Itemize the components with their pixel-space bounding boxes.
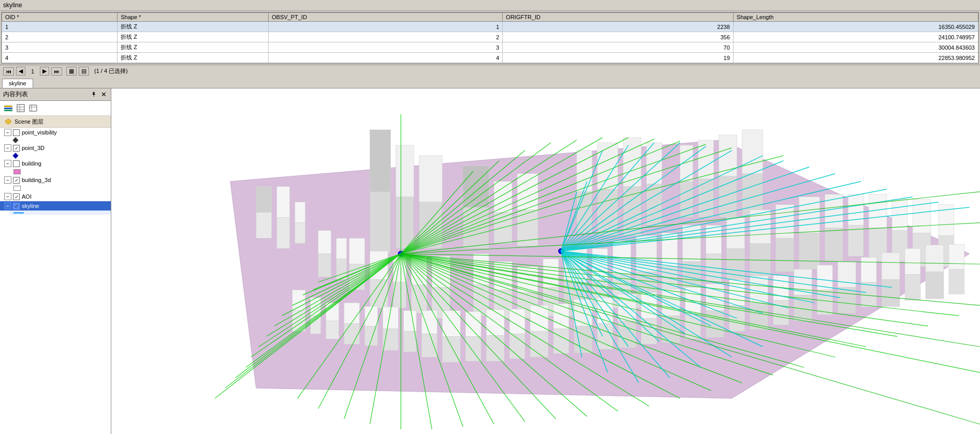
expand-building-3d[interactable]: −: [4, 176, 11, 184]
table-row[interactable]: 2折线 Z235624100.748957: [2, 32, 978, 42]
layer-item-skyline[interactable]: − skyline: [0, 201, 111, 211]
table-row[interactable]: 3折线 Z37030004.843603: [2, 42, 978, 53]
app-title: skyline: [3, 2, 22, 9]
svg-rect-137: [597, 323, 613, 349]
layer-tool-1[interactable]: [3, 103, 13, 113]
selection-status: (1 / 4 已选择): [94, 67, 128, 75]
svg-rect-133: [553, 328, 569, 353]
layer-symbol-building: [9, 168, 111, 175]
diamond-icon-point-visibility: [12, 137, 18, 143]
layer-label-point-3d: point_3D: [22, 145, 45, 151]
panel-toolbar: [0, 101, 111, 116]
svg-rect-98: [848, 194, 864, 226]
svg-rect-161: [861, 282, 876, 307]
table-row[interactable]: 4折线 Z41922853.980952: [2, 53, 978, 63]
title-bar: skyline: [0, 0, 980, 11]
svg-rect-76: [349, 238, 365, 264]
svg-rect-129: [509, 334, 525, 358]
page-number: 1: [27, 68, 38, 74]
svg-rect-14: [256, 213, 272, 238]
expand-aoi[interactable]: −: [4, 193, 11, 200]
layer-label-skyline: skyline: [22, 203, 39, 209]
checkbox-building[interactable]: [13, 160, 20, 167]
blue-line-icon: [13, 212, 24, 214]
panel-header-buttons: 🖈 ✕: [90, 91, 108, 98]
svg-rect-126: [465, 311, 481, 336]
table-toolbar: ⏮ ◀ 1 ▶ ⏭ ▦ ▤ (1 / 4 已选择): [0, 65, 980, 77]
expand-building[interactable]: −: [4, 160, 11, 167]
table-view-button[interactable]: ▦: [66, 67, 77, 76]
col-header-oid[interactable]: OID *: [2, 13, 118, 22]
svg-rect-127: [486, 335, 504, 361]
next-page-button[interactable]: ▶: [40, 67, 49, 76]
svg-rect-50: [742, 130, 763, 174]
col-header-obsv[interactable]: OBSV_PT_ID: [269, 13, 503, 22]
col-header-length[interactable]: Shape_Length: [733, 13, 978, 22]
svg-rect-3: [17, 104, 24, 112]
svg-rect-168: [926, 245, 944, 272]
layer-item-building-3d[interactable]: − building_3d: [0, 175, 111, 185]
svg-rect-162: [861, 258, 876, 282]
svg-marker-16: [256, 187, 272, 213]
svg-rect-121: [421, 334, 437, 357]
map-viewport[interactable]: [111, 88, 980, 434]
layer-label-aoi: AOI: [22, 193, 32, 200]
checkbox-point-visibility[interactable]: [13, 129, 20, 136]
first-page-button[interactable]: ⏮: [3, 67, 14, 76]
panel-title: 内容列表: [3, 90, 28, 99]
svg-rect-119: [403, 331, 416, 352]
table-row[interactable]: 1折线 Z1223816350.455029: [2, 22, 978, 32]
attribute-table: OID * Shape * OBSV_PT_ID ORIGFTR_ID Shap…: [1, 12, 979, 64]
last-page-button[interactable]: ⏭: [51, 67, 62, 76]
left-panel: 内容列表 🖈 ✕: [0, 88, 111, 434]
expand-point-3d[interactable]: −: [4, 144, 11, 152]
pin-panel-button[interactable]: 🖈: [90, 91, 98, 98]
prev-page-button[interactable]: ◀: [16, 67, 25, 76]
svg-rect-7: [30, 105, 37, 111]
svg-rect-95: [825, 228, 843, 262]
col-header-shape[interactable]: Shape *: [118, 13, 269, 22]
layer-tool-2[interactable]: [16, 103, 26, 113]
svg-rect-18: [277, 187, 290, 218]
white-rect-icon: [13, 186, 21, 191]
checkbox-point-3d[interactable]: [13, 145, 20, 152]
checkbox-building-3d[interactable]: [13, 177, 20, 184]
svg-rect-164: [882, 253, 900, 280]
tab-skyline[interactable]: skyline: [2, 79, 33, 88]
svg-rect-28: [463, 207, 489, 249]
col-header-origftr[interactable]: ORIGFTR_ID: [503, 13, 733, 22]
svg-rect-25: [396, 145, 414, 197]
form-view-button[interactable]: ▤: [79, 67, 89, 76]
close-panel-button[interactable]: ✕: [100, 91, 108, 98]
diamond-blue-icon: [12, 153, 18, 158]
checkbox-aoi[interactable]: [13, 193, 20, 200]
svg-rect-163: [882, 279, 900, 306]
svg-rect-112: [326, 303, 339, 321]
layer-symbol-point-visibility: [9, 137, 111, 143]
layer-item-building[interactable]: − building: [0, 159, 111, 168]
svg-rect-86: [706, 226, 722, 254]
tab-bar: skyline: [0, 77, 980, 88]
svg-rect-58: [543, 259, 559, 288]
layer-item-point-visibility[interactable]: − point_visibility: [0, 128, 111, 137]
scene-icon: [4, 117, 12, 126]
layer-item-point-3d[interactable]: − point_3D: [0, 143, 111, 153]
expand-skyline[interactable]: −: [4, 202, 11, 209]
layer-item-aoi[interactable]: − AOI: [0, 192, 111, 201]
svg-rect-146: [685, 287, 701, 313]
checkbox-skyline[interactable]: [13, 203, 20, 209]
svg-rect-20: [295, 202, 305, 223]
svg-rect-153: [773, 300, 788, 325]
svg-rect-130: [509, 309, 525, 334]
svg-rect-169: [949, 269, 964, 294]
svg-marker-23: [370, 130, 391, 192]
svg-rect-36: [577, 151, 592, 192]
expand-point-visibility[interactable]: −: [4, 129, 11, 136]
pink-rect-icon: [13, 169, 21, 174]
svg-marker-30: [463, 166, 489, 207]
svg-rect-132: [530, 305, 548, 331]
svg-rect-167: [926, 272, 944, 298]
layer-label-point-visibility: point_visibility: [22, 129, 57, 136]
svg-rect-139: [618, 321, 636, 348]
layer-tool-3[interactable]: [28, 103, 38, 113]
